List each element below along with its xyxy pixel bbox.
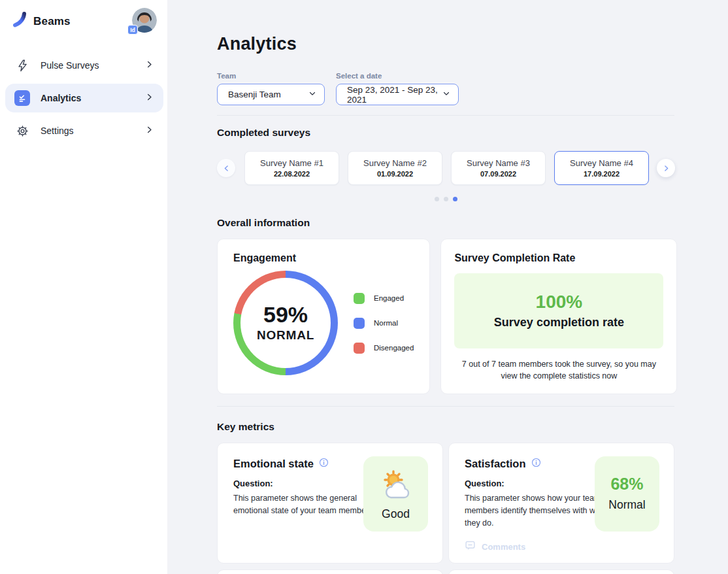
sidebar-item-analytics[interactable]: Analytics bbox=[5, 84, 163, 112]
sidebar-item-label: Analytics bbox=[41, 93, 144, 103]
legend-item-normal: Normal bbox=[354, 318, 414, 329]
overall-information-heading: Overall information bbox=[217, 217, 674, 229]
key-metrics-row: Emotional state Question: This parameter… bbox=[217, 443, 674, 564]
carousel-dot[interactable] bbox=[435, 197, 439, 201]
info-icon[interactable] bbox=[319, 458, 329, 470]
satisfaction-title: Satisfaction bbox=[465, 458, 526, 470]
sidebar-header: Beams Id bbox=[0, 0, 167, 33]
page-title: Analytics bbox=[217, 34, 674, 54]
surveys-carousel: Survey Name #1 22.08.2022 Survey Name #2… bbox=[217, 150, 674, 186]
engagement-status: NORMAL bbox=[257, 328, 314, 343]
checklist-icon bbox=[14, 90, 30, 106]
engagement-legend: Engaged Normal Disengaged bbox=[354, 293, 414, 354]
sidebar-item-pulse-surveys[interactable]: Pulse Surveys bbox=[5, 51, 163, 80]
comment-bubble-icon bbox=[465, 540, 476, 553]
completed-surveys-heading: Completed surveys bbox=[217, 127, 674, 139]
engagement-donut-chart: 59% NORMAL bbox=[233, 271, 338, 375]
divider bbox=[217, 406, 674, 407]
survey-cards: Survey Name #1 22.08.2022 Survey Name #2… bbox=[244, 151, 649, 185]
emotional-result-box: Good bbox=[363, 456, 428, 532]
partial-card bbox=[448, 569, 674, 574]
team-label: Team bbox=[217, 72, 325, 80]
engagement-title: Engagement bbox=[233, 252, 414, 264]
survey-card[interactable]: Survey Name #2 01.09.2022 bbox=[348, 151, 442, 185]
satisfaction-card: Satisfaction Question: This parameter sh… bbox=[448, 443, 674, 564]
avatar-id-badge: Id bbox=[127, 25, 138, 35]
carousel-next-button[interactable] bbox=[657, 159, 675, 177]
beams-logo-icon bbox=[12, 12, 27, 31]
legend-label: Normal bbox=[374, 319, 398, 327]
next-cards-peek bbox=[217, 569, 674, 574]
emotional-state-title: Emotional state bbox=[233, 458, 314, 470]
date-select-value: Sep 23, 2021 - Sep 23, 2021 bbox=[347, 85, 442, 105]
emotional-state-card: Emotional state Question: This parameter… bbox=[217, 443, 443, 564]
date-select[interactable]: Sep 23, 2021 - Sep 23, 2021 bbox=[336, 84, 459, 105]
filters-row: Team Basenji Team Select a date Sep 23, … bbox=[217, 72, 674, 105]
chevron-right-icon bbox=[144, 92, 154, 105]
legend-label: Engaged bbox=[374, 294, 404, 302]
survey-card-selected[interactable]: Survey Name #4 17.09.2022 bbox=[554, 151, 649, 185]
survey-card[interactable]: Survey Name #1 22.08.2022 bbox=[244, 151, 339, 185]
completion-note: 7 out of 7 team members took the survey,… bbox=[454, 358, 663, 382]
carousel-dots bbox=[217, 197, 674, 201]
completion-caption: Survey completion rate bbox=[494, 316, 624, 329]
engagement-card: Engagement 59% NORMAL Engaged Normal bbox=[217, 239, 430, 394]
completion-banner: 100% Survey completion rate bbox=[454, 273, 663, 348]
survey-date: 01.09.2022 bbox=[377, 170, 413, 178]
engaged-color-chip bbox=[354, 293, 365, 304]
sun-behind-cloud-icon bbox=[378, 467, 414, 505]
comments-link[interactable]: Comments bbox=[465, 540, 525, 553]
sidebar: Beams Id Pulse Surveys bbox=[0, 0, 167, 574]
survey-card[interactable]: Survey Name #3 07.09.2022 bbox=[451, 151, 546, 185]
engagement-body: 59% NORMAL Engaged Normal Dis bbox=[233, 271, 414, 375]
app-logo[interactable]: Beams bbox=[12, 12, 71, 31]
chevron-down-icon bbox=[442, 90, 450, 99]
divider bbox=[217, 115, 674, 116]
survey-name: Survey Name #3 bbox=[467, 158, 530, 168]
completion-value: 100% bbox=[536, 293, 583, 311]
donut-center: 59% NORMAL bbox=[233, 271, 338, 375]
carousel-dot[interactable] bbox=[444, 197, 448, 201]
team-select-value: Basenji Team bbox=[228, 90, 281, 99]
partial-card bbox=[217, 569, 443, 574]
survey-date: 07.09.2022 bbox=[480, 170, 516, 178]
question-text: This parameter shows how your team membe… bbox=[465, 492, 610, 529]
satisfaction-value: 68% bbox=[610, 476, 643, 492]
sidebar-item-label: Settings bbox=[41, 126, 144, 136]
user-avatar[interactable]: Id bbox=[132, 8, 157, 33]
chevron-down-icon bbox=[308, 90, 316, 99]
team-field: Team Basenji Team bbox=[217, 72, 325, 105]
gear-icon bbox=[14, 123, 30, 139]
key-metrics-heading: Key metrics bbox=[217, 421, 674, 433]
satisfaction-result-box: 68% Normal bbox=[595, 456, 659, 532]
lightning-icon bbox=[14, 58, 30, 73]
legend-item-disengaged: Disengaged bbox=[354, 343, 414, 354]
comments-label: Comments bbox=[482, 542, 525, 552]
logo-text: Beams bbox=[33, 15, 71, 28]
sidebar-item-label: Pulse Surveys bbox=[41, 60, 144, 71]
satisfaction-result: Normal bbox=[608, 498, 645, 512]
sidebar-item-settings[interactable]: Settings bbox=[5, 116, 163, 145]
sidebar-nav: Pulse Surveys Analytics bbox=[0, 51, 167, 145]
emotional-result: Good bbox=[382, 507, 410, 521]
carousel-dot-active[interactable] bbox=[453, 197, 457, 201]
engagement-value: 59% bbox=[263, 303, 308, 326]
normal-color-chip bbox=[354, 318, 365, 329]
survey-name: Survey Name #2 bbox=[363, 158, 427, 168]
info-icon[interactable] bbox=[531, 458, 541, 470]
survey-name: Survey Name #4 bbox=[570, 158, 633, 168]
team-select[interactable]: Basenji Team bbox=[217, 84, 325, 105]
chevron-right-icon bbox=[144, 125, 154, 137]
survey-name: Survey Name #1 bbox=[260, 158, 323, 168]
legend-label: Disengaged bbox=[374, 344, 414, 352]
date-field: Select a date Sep 23, 2021 - Sep 23, 202… bbox=[336, 72, 459, 105]
completion-rate-card: Survey Completion Rate 100% Survey compl… bbox=[440, 239, 677, 394]
question-text: This parameter shows the general emotion… bbox=[233, 492, 378, 517]
completion-title: Survey Completion Rate bbox=[454, 252, 663, 264]
date-label: Select a date bbox=[336, 72, 459, 80]
chevron-right-icon bbox=[144, 59, 154, 72]
carousel-prev-button[interactable] bbox=[217, 159, 235, 177]
overall-cards-row: Engagement 59% NORMAL Engaged Normal bbox=[217, 239, 674, 394]
disengaged-color-chip bbox=[354, 343, 365, 354]
legend-item-engaged: Engaged bbox=[354, 293, 414, 304]
